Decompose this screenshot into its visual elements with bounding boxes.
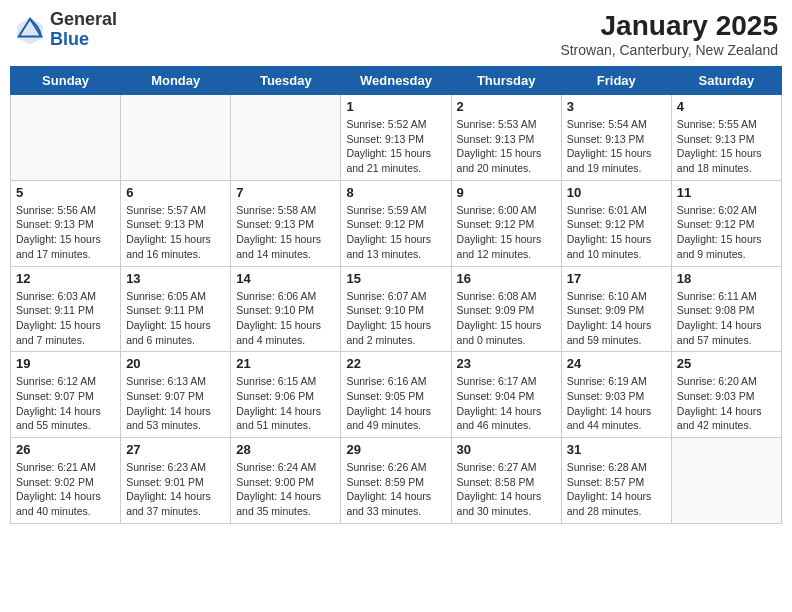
day-info: Sunrise: 6:03 AM Sunset: 9:11 PM Dayligh… — [16, 289, 115, 348]
calendar-day-cell: 23Sunrise: 6:17 AM Sunset: 9:04 PM Dayli… — [451, 352, 561, 438]
weekday-header-tuesday: Tuesday — [231, 67, 341, 95]
calendar-week-row: 26Sunrise: 6:21 AM Sunset: 9:02 PM Dayli… — [11, 438, 782, 524]
day-info: Sunrise: 6:02 AM Sunset: 9:12 PM Dayligh… — [677, 203, 776, 262]
day-number: 23 — [457, 356, 556, 371]
day-info: Sunrise: 6:08 AM Sunset: 9:09 PM Dayligh… — [457, 289, 556, 348]
day-number: 3 — [567, 99, 666, 114]
day-info: Sunrise: 6:17 AM Sunset: 9:04 PM Dayligh… — [457, 374, 556, 433]
calendar-day-cell: 6Sunrise: 5:57 AM Sunset: 9:13 PM Daylig… — [121, 180, 231, 266]
day-number: 10 — [567, 185, 666, 200]
day-info: Sunrise: 6:24 AM Sunset: 9:00 PM Dayligh… — [236, 460, 335, 519]
calendar-day-cell: 15Sunrise: 6:07 AM Sunset: 9:10 PM Dayli… — [341, 266, 451, 352]
day-number: 27 — [126, 442, 225, 457]
calendar-day-cell: 8Sunrise: 5:59 AM Sunset: 9:12 PM Daylig… — [341, 180, 451, 266]
calendar-day-cell: 19Sunrise: 6:12 AM Sunset: 9:07 PM Dayli… — [11, 352, 121, 438]
calendar-day-cell: 9Sunrise: 6:00 AM Sunset: 9:12 PM Daylig… — [451, 180, 561, 266]
day-info: Sunrise: 6:00 AM Sunset: 9:12 PM Dayligh… — [457, 203, 556, 262]
weekday-header-row: SundayMondayTuesdayWednesdayThursdayFrid… — [11, 67, 782, 95]
day-info: Sunrise: 6:15 AM Sunset: 9:06 PM Dayligh… — [236, 374, 335, 433]
calendar-day-cell: 7Sunrise: 5:58 AM Sunset: 9:13 PM Daylig… — [231, 180, 341, 266]
calendar-day-cell — [121, 95, 231, 181]
logo-icon — [14, 14, 46, 46]
day-info: Sunrise: 6:21 AM Sunset: 9:02 PM Dayligh… — [16, 460, 115, 519]
day-info: Sunrise: 6:19 AM Sunset: 9:03 PM Dayligh… — [567, 374, 666, 433]
day-number: 24 — [567, 356, 666, 371]
calendar-day-cell: 2Sunrise: 5:53 AM Sunset: 9:13 PM Daylig… — [451, 95, 561, 181]
calendar-day-cell: 25Sunrise: 6:20 AM Sunset: 9:03 PM Dayli… — [671, 352, 781, 438]
day-number: 5 — [16, 185, 115, 200]
day-number: 8 — [346, 185, 445, 200]
calendar-day-cell: 18Sunrise: 6:11 AM Sunset: 9:08 PM Dayli… — [671, 266, 781, 352]
day-info: Sunrise: 6:26 AM Sunset: 8:59 PM Dayligh… — [346, 460, 445, 519]
calendar-day-cell: 10Sunrise: 6:01 AM Sunset: 9:12 PM Dayli… — [561, 180, 671, 266]
day-number: 12 — [16, 271, 115, 286]
weekday-header-sunday: Sunday — [11, 67, 121, 95]
title-block: January 2025 Strowan, Canterbury, New Ze… — [560, 10, 778, 58]
calendar-day-cell: 4Sunrise: 5:55 AM Sunset: 9:13 PM Daylig… — [671, 95, 781, 181]
calendar-day-cell: 22Sunrise: 6:16 AM Sunset: 9:05 PM Dayli… — [341, 352, 451, 438]
day-number: 11 — [677, 185, 776, 200]
day-info: Sunrise: 5:58 AM Sunset: 9:13 PM Dayligh… — [236, 203, 335, 262]
day-number: 4 — [677, 99, 776, 114]
calendar-day-cell: 20Sunrise: 6:13 AM Sunset: 9:07 PM Dayli… — [121, 352, 231, 438]
day-info: Sunrise: 5:54 AM Sunset: 9:13 PM Dayligh… — [567, 117, 666, 176]
day-info: Sunrise: 6:01 AM Sunset: 9:12 PM Dayligh… — [567, 203, 666, 262]
day-info: Sunrise: 6:23 AM Sunset: 9:01 PM Dayligh… — [126, 460, 225, 519]
calendar-day-cell: 21Sunrise: 6:15 AM Sunset: 9:06 PM Dayli… — [231, 352, 341, 438]
day-number: 30 — [457, 442, 556, 457]
day-info: Sunrise: 6:10 AM Sunset: 9:09 PM Dayligh… — [567, 289, 666, 348]
calendar-title: January 2025 — [560, 10, 778, 42]
day-info: Sunrise: 6:27 AM Sunset: 8:58 PM Dayligh… — [457, 460, 556, 519]
day-number: 21 — [236, 356, 335, 371]
calendar-day-cell: 14Sunrise: 6:06 AM Sunset: 9:10 PM Dayli… — [231, 266, 341, 352]
calendar-day-cell: 5Sunrise: 5:56 AM Sunset: 9:13 PM Daylig… — [11, 180, 121, 266]
day-info: Sunrise: 6:13 AM Sunset: 9:07 PM Dayligh… — [126, 374, 225, 433]
day-number: 25 — [677, 356, 776, 371]
calendar-day-cell — [231, 95, 341, 181]
day-number: 22 — [346, 356, 445, 371]
calendar-day-cell: 1Sunrise: 5:52 AM Sunset: 9:13 PM Daylig… — [341, 95, 451, 181]
calendar-day-cell: 17Sunrise: 6:10 AM Sunset: 9:09 PM Dayli… — [561, 266, 671, 352]
calendar-day-cell: 27Sunrise: 6:23 AM Sunset: 9:01 PM Dayli… — [121, 438, 231, 524]
calendar-day-cell: 30Sunrise: 6:27 AM Sunset: 8:58 PM Dayli… — [451, 438, 561, 524]
calendar-day-cell: 3Sunrise: 5:54 AM Sunset: 9:13 PM Daylig… — [561, 95, 671, 181]
day-number: 29 — [346, 442, 445, 457]
day-info: Sunrise: 6:07 AM Sunset: 9:10 PM Dayligh… — [346, 289, 445, 348]
calendar-day-cell — [671, 438, 781, 524]
calendar-day-cell: 12Sunrise: 6:03 AM Sunset: 9:11 PM Dayli… — [11, 266, 121, 352]
day-info: Sunrise: 5:56 AM Sunset: 9:13 PM Dayligh… — [16, 203, 115, 262]
day-number: 13 — [126, 271, 225, 286]
calendar-day-cell: 26Sunrise: 6:21 AM Sunset: 9:02 PM Dayli… — [11, 438, 121, 524]
day-number: 18 — [677, 271, 776, 286]
calendar-subtitle: Strowan, Canterbury, New Zealand — [560, 42, 778, 58]
weekday-header-wednesday: Wednesday — [341, 67, 451, 95]
calendar-day-cell: 13Sunrise: 6:05 AM Sunset: 9:11 PM Dayli… — [121, 266, 231, 352]
calendar-day-cell: 16Sunrise: 6:08 AM Sunset: 9:09 PM Dayli… — [451, 266, 561, 352]
day-info: Sunrise: 6:20 AM Sunset: 9:03 PM Dayligh… — [677, 374, 776, 433]
day-info: Sunrise: 5:57 AM Sunset: 9:13 PM Dayligh… — [126, 203, 225, 262]
day-number: 16 — [457, 271, 556, 286]
day-number: 7 — [236, 185, 335, 200]
calendar-table: SundayMondayTuesdayWednesdayThursdayFrid… — [10, 66, 782, 524]
calendar-day-cell: 24Sunrise: 6:19 AM Sunset: 9:03 PM Dayli… — [561, 352, 671, 438]
day-number: 20 — [126, 356, 225, 371]
page-header: General Blue January 2025 Strowan, Cante… — [10, 10, 782, 58]
day-info: Sunrise: 6:11 AM Sunset: 9:08 PM Dayligh… — [677, 289, 776, 348]
day-number: 26 — [16, 442, 115, 457]
calendar-day-cell: 11Sunrise: 6:02 AM Sunset: 9:12 PM Dayli… — [671, 180, 781, 266]
day-number: 9 — [457, 185, 556, 200]
day-info: Sunrise: 6:28 AM Sunset: 8:57 PM Dayligh… — [567, 460, 666, 519]
weekday-header-thursday: Thursday — [451, 67, 561, 95]
day-number: 15 — [346, 271, 445, 286]
weekday-header-monday: Monday — [121, 67, 231, 95]
day-number: 6 — [126, 185, 225, 200]
calendar-day-cell: 29Sunrise: 6:26 AM Sunset: 8:59 PM Dayli… — [341, 438, 451, 524]
day-info: Sunrise: 6:12 AM Sunset: 9:07 PM Dayligh… — [16, 374, 115, 433]
day-info: Sunrise: 5:55 AM Sunset: 9:13 PM Dayligh… — [677, 117, 776, 176]
day-number: 31 — [567, 442, 666, 457]
calendar-day-cell: 31Sunrise: 6:28 AM Sunset: 8:57 PM Dayli… — [561, 438, 671, 524]
day-number: 17 — [567, 271, 666, 286]
calendar-week-row: 19Sunrise: 6:12 AM Sunset: 9:07 PM Dayli… — [11, 352, 782, 438]
calendar-week-row: 12Sunrise: 6:03 AM Sunset: 9:11 PM Dayli… — [11, 266, 782, 352]
day-info: Sunrise: 6:05 AM Sunset: 9:11 PM Dayligh… — [126, 289, 225, 348]
